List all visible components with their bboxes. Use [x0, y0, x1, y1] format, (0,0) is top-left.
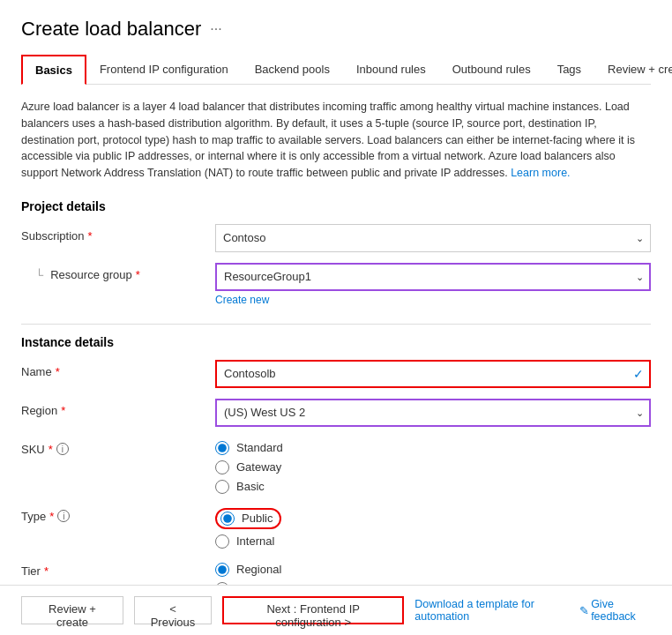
type-control: Public Internal	[215, 504, 651, 549]
footer: Review + create < Previous Next : Fronte…	[0, 585, 672, 635]
learn-more-link[interactable]: Learn more.	[511, 167, 570, 179]
sku-gateway-label: Gateway	[236, 460, 281, 474]
sku-control: Standard Gateway Basic	[215, 437, 651, 494]
instance-details-title: Instance details	[21, 335, 651, 349]
next-button[interactable]: Next : Frontend IP configuration >	[222, 596, 404, 624]
tier-row: Tier * Regional Global	[21, 559, 651, 585]
review-create-button[interactable]: Review + create	[21, 596, 123, 624]
name-check-icon: ✓	[633, 367, 644, 381]
type-internal-label: Internal	[236, 534, 274, 548]
resource-group-required: *	[136, 268, 140, 281]
sku-label: SKU * i	[21, 437, 215, 456]
resource-group-control: ResourceGroup1 ⌄ Create new	[215, 263, 651, 306]
page-title: Create load balancer	[21, 18, 201, 41]
type-label: Type * i	[21, 504, 215, 523]
sku-basic-radio[interactable]	[215, 480, 229, 494]
sku-standard-option[interactable]: Standard	[215, 441, 651, 455]
name-input[interactable]	[215, 360, 651, 388]
type-public-option[interactable]: Public	[215, 508, 651, 529]
instance-details-section: Instance details Name * ✓ Region	[21, 335, 651, 585]
tier-regional-label: Regional	[236, 563, 281, 576]
type-row: Type * i Public Inte	[21, 504, 651, 549]
sku-standard-radio[interactable]	[215, 441, 229, 455]
tab-tags[interactable]: Tags	[544, 55, 594, 85]
sku-basic-label: Basic	[236, 480, 265, 493]
tier-label: Tier *	[21, 559, 215, 578]
tier-regional-option[interactable]: Regional	[215, 563, 651, 577]
footer-links: Download a template for automation ✎ Giv…	[414, 598, 651, 623]
type-internal-radio[interactable]	[215, 534, 229, 549]
tier-regional-radio[interactable]	[215, 563, 229, 577]
region-label: Region *	[21, 399, 215, 417]
subscription-required: *	[88, 229, 93, 243]
name-control: ✓	[215, 360, 651, 388]
download-template-link[interactable]: Download a template for automation	[414, 598, 569, 623]
resource-group-row: Resource group * ResourceGroup1 ⌄ Create…	[21, 263, 651, 306]
tab-backend-pools[interactable]: Backend pools	[242, 55, 343, 85]
sku-row: SKU * i Standard Gateway	[21, 437, 651, 494]
type-required: *	[49, 510, 54, 523]
type-radio-group: Public Internal	[215, 504, 651, 549]
type-internal-option[interactable]: Internal	[215, 534, 651, 549]
resource-group-select[interactable]: ResourceGroup1	[215, 263, 651, 291]
sku-required: *	[49, 443, 53, 456]
previous-button[interactable]: < Previous	[134, 596, 212, 624]
sku-gateway-option[interactable]: Gateway	[215, 460, 651, 474]
region-select[interactable]: (US) West US 2	[215, 399, 651, 427]
tab-inbound-rules[interactable]: Inbound rules	[343, 55, 439, 85]
region-control: (US) West US 2 ⌄	[215, 399, 651, 427]
resource-group-label: Resource group *	[35, 263, 215, 281]
sku-radio-group: Standard Gateway Basic	[215, 437, 651, 494]
type-public-radio[interactable]	[220, 512, 235, 526]
description-text: Azure load balancer is a layer 4 load ba…	[21, 99, 651, 182]
tab-review-create[interactable]: Review + create	[594, 55, 672, 85]
tab-frontend-ip[interactable]: Frontend IP configuration	[86, 55, 242, 85]
region-row: Region * (US) West US 2 ⌄	[21, 399, 651, 427]
tab-basics[interactable]: Basics	[21, 55, 86, 85]
project-details-title: Project details	[21, 199, 651, 213]
name-required: *	[56, 365, 60, 378]
subscription-label: Subscription *	[21, 224, 215, 243]
type-info-icon[interactable]: i	[57, 510, 70, 522]
tabs-nav: Basics Frontend IP configuration Backend…	[21, 55, 651, 85]
name-label: Name *	[21, 360, 215, 378]
project-details-section: Project details Subscription * Contoso ⌄	[21, 199, 651, 306]
tier-control: Regional Global	[215, 559, 651, 585]
sku-basic-option[interactable]: Basic	[215, 480, 651, 494]
feedback-label: Give feedback	[591, 598, 651, 623]
tier-required: *	[44, 564, 49, 578]
type-public-label: Public	[242, 512, 273, 525]
subscription-row: Subscription * Contoso ⌄	[21, 224, 651, 252]
sku-standard-label: Standard	[236, 441, 283, 454]
type-public-outlined: Public	[215, 508, 281, 529]
region-required: *	[61, 404, 65, 417]
name-row: Name * ✓	[21, 360, 651, 388]
tier-radio-group: Regional Global	[215, 559, 651, 585]
tab-outbound-rules[interactable]: Outbound rules	[439, 55, 544, 85]
sku-info-icon[interactable]: i	[56, 443, 69, 455]
feedback-icon: ✎	[579, 604, 589, 617]
page-title-ellipsis[interactable]: ···	[210, 21, 221, 37]
create-new-link[interactable]: Create new	[215, 294, 651, 306]
subscription-control: Contoso ⌄	[215, 224, 651, 252]
feedback-link[interactable]: ✎ Give feedback	[579, 598, 651, 623]
subscription-select[interactable]: Contoso	[215, 224, 651, 252]
sku-gateway-radio[interactable]	[215, 460, 229, 474]
